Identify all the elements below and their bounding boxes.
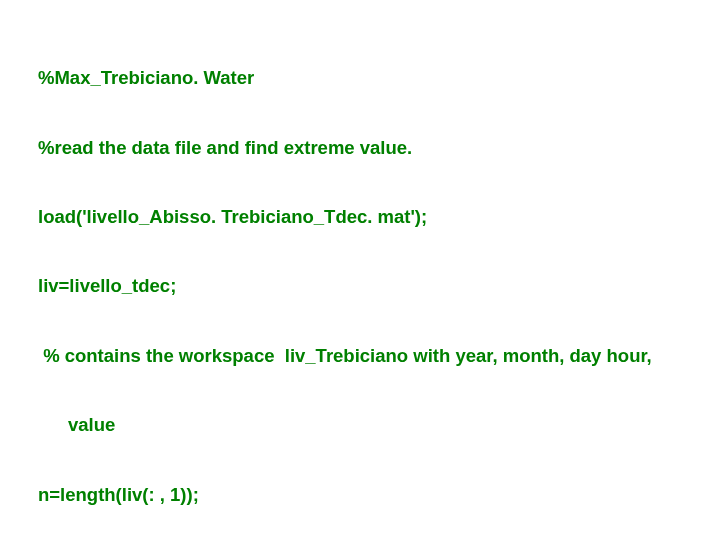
code-line: %read the data file and find extreme val… bbox=[38, 136, 690, 159]
code-line: % contains the workspace liv_Trebiciano … bbox=[38, 344, 690, 367]
code-line: n=length(liv(: , 1)); bbox=[38, 483, 690, 506]
code-line: liv=livello_tdec; bbox=[38, 274, 690, 297]
code-line: load('livello_Abisso. Trebiciano_Tdec. m… bbox=[38, 205, 690, 228]
code-line: %Max_Trebiciano. Water bbox=[38, 66, 690, 89]
code-line-continuation: value bbox=[38, 413, 690, 436]
slide: %Max_Trebiciano. Water %read the data fi… bbox=[0, 0, 720, 540]
code-block: %Max_Trebiciano. Water %read the data fi… bbox=[38, 20, 690, 540]
